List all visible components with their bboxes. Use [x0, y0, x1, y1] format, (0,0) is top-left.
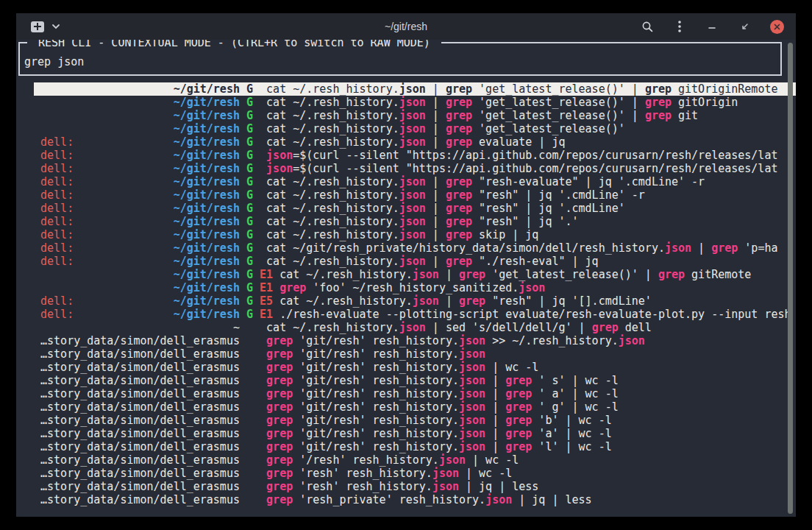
history-row[interactable]: dell: ~/git/resh G cat ~/.resh_history.j… — [34, 202, 796, 215]
history-row[interactable]: ~/git/resh G E1 cat ~/.resh_history.json… — [34, 268, 796, 281]
search-query-input[interactable]: grep json — [24, 55, 84, 68]
search-prompt-box: RESH CLI - CONTEXTUAL MODE - (CTRL+R to … — [18, 42, 782, 76]
history-row[interactable]: dell: ~/git/resh G cat ~/.resh_history.j… — [34, 228, 796, 241]
history-row[interactable]: …story_data/simon/dell_erasmus grep 'git… — [34, 414, 796, 427]
history-row[interactable]: dell: ~/git/resh G json=$(curl --silent … — [34, 162, 796, 175]
chevron-down-icon[interactable] — [51, 24, 60, 29]
history-row[interactable]: ~/git/resh G cat ~/.resh_history.json | … — [34, 82, 796, 96]
history-row[interactable]: …story_data/simon/dell_erasmus grep 'git… — [34, 440, 796, 453]
history-row[interactable]: …story_data/simon/dell_erasmus grep 'git… — [34, 400, 796, 414]
minimize-button[interactable] — [705, 20, 719, 33]
close-icon — [774, 24, 780, 30]
terminal-window: ~/git/resh — [16, 13, 796, 517]
history-row[interactable]: ~ cat ~/.resh_history.json | sed 's/dell… — [34, 321, 796, 334]
history-row[interactable]: dell: ~/git/resh G cat ~/.resh_history.j… — [34, 135, 796, 149]
close-button[interactable] — [770, 20, 784, 34]
history-row[interactable]: ~/git/resh G E1 grep 'foo' ~/resh_histor… — [34, 281, 796, 294]
kebab-menu-icon — [677, 20, 682, 33]
history-row[interactable]: …story_data/simon/dell_erasmus grep 'git… — [34, 387, 796, 400]
history-row[interactable]: …story_data/simon/dell_erasmus grep 'res… — [34, 493, 796, 506]
history-row[interactable]: dell: ~/git/resh G cat ~/.resh_history.j… — [34, 215, 796, 228]
history-row[interactable]: dell: ~/git/resh G cat ~/.resh_history.j… — [34, 188, 796, 202]
history-row[interactable]: …story_data/simon/dell_erasmus grep 'res… — [34, 467, 796, 480]
history-row[interactable]: ~/git/resh G cat ~/.resh_history.json | … — [34, 96, 796, 109]
restore-icon — [740, 22, 749, 32]
terminal-content: RESH CLI - CONTEXTUAL MODE - (CTRL+R to … — [16, 40, 796, 517]
history-row[interactable]: dell: ~/git/resh G cat ~/.resh_history.j… — [34, 255, 796, 268]
search-icon — [641, 21, 654, 33]
history-row[interactable]: …story_data/simon/dell_erasmus grep '/re… — [34, 453, 796, 467]
scrollbar-thumb[interactable] — [788, 43, 793, 514]
history-row[interactable]: dell: ~/git/resh G json=$(curl --silent … — [34, 149, 796, 162]
history-row[interactable]: …story_data/simon/dell_erasmus grep 'res… — [34, 480, 796, 493]
history-row[interactable]: …story_data/simon/dell_erasmus grep 'git… — [34, 361, 796, 374]
history-row[interactable]: …story_data/simon/dell_erasmus grep 'git… — [34, 334, 796, 347]
prompt-title: RESH CLI - CONTEXTUAL MODE - (CTRL+R to … — [27, 40, 441, 49]
history-row[interactable]: dell: ~/git/resh G E1 ./resh-evaluate --… — [34, 308, 796, 321]
history-row[interactable]: ~/git/resh G cat ~/.resh_history.json | … — [34, 122, 796, 135]
new-tab-button[interactable] — [31, 21, 44, 32]
history-row[interactable]: ~/git/resh G cat ~/.resh_history.json | … — [34, 109, 796, 122]
history-row[interactable]: dell: ~/git/resh G E5 cat ~/.resh_histor… — [34, 294, 796, 308]
screen: ~/git/resh — [0, 0, 812, 530]
titlebar[interactable]: ~/git/resh — [16, 13, 796, 40]
search-button[interactable] — [641, 20, 654, 33]
history-row[interactable]: …story_data/simon/dell_erasmus grep 'git… — [34, 374, 796, 387]
history-row[interactable]: dell: ~/git/resh G cat ~/.resh_history.j… — [34, 175, 796, 188]
history-row[interactable]: …story_data/simon/dell_erasmus grep 'git… — [34, 427, 796, 440]
history-list: ~/git/resh G cat ~/.resh_history.json | … — [34, 82, 796, 506]
history-row[interactable]: …story_data/simon/dell_erasmus grep 'git… — [34, 347, 796, 361]
menu-button[interactable] — [673, 20, 686, 33]
restore-button[interactable] — [738, 20, 751, 33]
minimize-icon — [708, 22, 716, 31]
history-row[interactable]: dell: ~/git/resh G cat ~/git/resh_privat… — [34, 241, 796, 255]
